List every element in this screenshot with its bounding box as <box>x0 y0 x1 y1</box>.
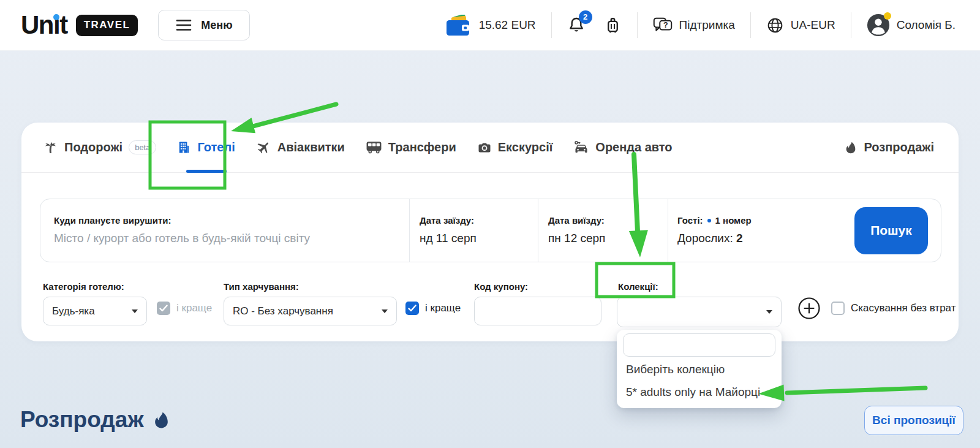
category-better-label: і краще <box>176 302 212 314</box>
flame-icon <box>152 410 171 430</box>
collections-group: Колекції: <box>617 281 782 327</box>
locale-label: UA-EUR <box>791 18 835 32</box>
notifications-count-badge: 2 <box>579 10 592 24</box>
meal-type-value: RO - Без харчування <box>233 305 333 317</box>
header-divider <box>750 12 751 38</box>
tab-car-rental-label: Оренда авто <box>595 140 672 154</box>
collections-option-mallorca[interactable]: 5* adults only на Майорці <box>617 381 782 403</box>
coupon-input[interactable] <box>474 297 601 325</box>
logo-blue-dot <box>53 14 59 20</box>
collections-option-placeholder[interactable]: Виберіть колекцію <box>617 358 782 381</box>
free-cancellation-label: Скасування без втрат <box>851 302 956 314</box>
service-tabs: Подорожі beta Готелі <box>21 123 959 173</box>
plane-icon <box>256 140 271 155</box>
collections-label: Колекції: <box>618 281 782 292</box>
user-menu[interactable]: Соломія Б. <box>867 13 956 37</box>
tab-flights[interactable]: Авіаквитки <box>256 123 345 172</box>
logo-travel-badge: TRAVEL <box>76 15 138 36</box>
checkin-value: нд 11 серп <box>420 232 538 245</box>
guests-field[interactable]: Гості:1 номер Дорослих: 2 <box>668 199 854 262</box>
meal-type-label: Тип харчування: <box>224 281 397 292</box>
checkin-date-field[interactable]: Дата заїзду: нд 11 серп <box>410 199 538 262</box>
checkin-label: Дата заїзду: <box>420 215 538 226</box>
tab-sales-label: Розпродажі <box>864 140 934 154</box>
destination-label: Куди плануєте вирушити: <box>54 215 409 226</box>
add-collection-button[interactable] <box>797 296 821 321</box>
notifications-button[interactable]: 2 <box>567 16 586 35</box>
all-offers-button[interactable]: Всі пропозиції <box>864 406 963 435</box>
guests-adults: Дорослих: 2 <box>677 232 854 245</box>
tab-trips[interactable]: Подорожі beta <box>43 123 156 172</box>
header-divider <box>637 12 638 38</box>
support-button[interactable]: ? Підтримка <box>653 17 735 34</box>
booking-card: Подорожі beta Готелі <box>21 123 959 341</box>
checkout-label: Дата виїзду: <box>548 215 668 226</box>
palm-icon <box>43 140 58 155</box>
avatar-status-dot <box>884 12 891 20</box>
header-right: 15.62 EUR 2 <box>445 12 956 38</box>
chat-question-icon: ? <box>653 17 673 34</box>
hotel-category-value: Будь-яка <box>52 305 95 317</box>
flame-icon <box>844 140 858 155</box>
free-cancellation-checkbox[interactable] <box>831 302 845 315</box>
hotel-category-group: Категорія готелю: Будь-яка <box>43 281 147 325</box>
guests-summary: Гості:1 номер <box>677 215 854 226</box>
guests-dot <box>707 219 711 222</box>
category-better-checkbox-row[interactable]: і краще <box>157 302 212 315</box>
tab-flights-label: Авіаквитки <box>277 140 345 154</box>
logo-brand: Unıt <box>21 12 67 38</box>
collections-select[interactable] <box>617 297 782 327</box>
destination-placeholder: Місто / курорт або готель в будь-якій то… <box>54 232 409 245</box>
avatar <box>867 13 890 37</box>
header-divider <box>851 12 851 38</box>
guests-rooms: 1 номер <box>715 215 752 226</box>
destination-field[interactable]: Куди плануєте вирушити: Місто / курорт а… <box>40 199 409 262</box>
meal-better-label: і краще <box>425 302 461 314</box>
menu-button[interactable]: Меню <box>158 10 250 40</box>
wallet-balance-value: 15.62 EUR <box>479 18 536 32</box>
checkout-value: пн 12 серп <box>548 232 668 245</box>
tab-car-rental[interactable]: Оренда авто <box>573 123 672 172</box>
hamburger-icon <box>176 19 192 31</box>
category-better-checkbox[interactable] <box>157 302 170 315</box>
logo[interactable]: Unıt TRAVEL <box>21 12 138 38</box>
tab-trips-label: Подорожі <box>64 140 123 154</box>
chevron-down-icon <box>766 310 772 314</box>
tab-excursions[interactable]: Екскурсії <box>477 123 553 172</box>
coupon-group: Код купону: <box>474 281 601 325</box>
svg-text:?: ? <box>663 21 668 29</box>
tab-sales[interactable]: Розпродажі <box>844 123 934 172</box>
annotation-arrow-option <box>787 388 925 393</box>
wallet-balance[interactable]: 15.62 EUR <box>445 15 536 36</box>
bus-icon <box>366 140 382 154</box>
checkout-date-field[interactable]: Дата виїзду: пн 12 серп <box>538 199 668 262</box>
collections-dropdown: Виберіть колекцію 5* adults only на Майо… <box>617 330 782 408</box>
search-button[interactable]: Пошук <box>854 207 928 254</box>
sales-section-title: Розпродаж <box>20 407 171 433</box>
meal-better-checkbox-row[interactable]: і краще <box>405 302 461 315</box>
tab-excursions-label: Екскурсії <box>498 140 553 154</box>
tab-transfers-label: Трансфери <box>388 140 456 154</box>
meal-type-select[interactable]: RO - Без харчування <box>224 297 397 325</box>
guests-adults-value: 2 <box>736 232 743 245</box>
hotel-category-select[interactable]: Будь-яка <box>43 297 147 325</box>
coupon-label: Код купону: <box>474 281 601 292</box>
guests-label: Гості: <box>677 215 703 226</box>
support-label: Підтримка <box>679 18 735 32</box>
hotel-building-icon <box>177 140 191 154</box>
free-cancellation-row[interactable]: Скасування без втрат <box>831 302 956 315</box>
tab-hotels[interactable]: Готелі <box>177 123 235 172</box>
wallet-icon <box>445 15 472 36</box>
trips-button[interactable] <box>604 16 622 35</box>
chevron-down-icon <box>132 309 138 313</box>
globe-icon <box>766 17 784 34</box>
locale-button[interactable]: UA-EUR <box>766 17 835 34</box>
tab-transfers[interactable]: Трансфери <box>366 123 456 172</box>
menu-button-label: Меню <box>201 19 232 32</box>
collections-search-input[interactable] <box>623 333 775 357</box>
hotel-search-panel: Куди плануєте вирушити: Місто / курорт а… <box>40 199 941 262</box>
beta-badge: beta <box>129 140 156 154</box>
meal-better-checkbox[interactable] <box>405 302 419 315</box>
suitcase-icon <box>604 16 622 35</box>
chevron-down-icon <box>382 309 388 313</box>
